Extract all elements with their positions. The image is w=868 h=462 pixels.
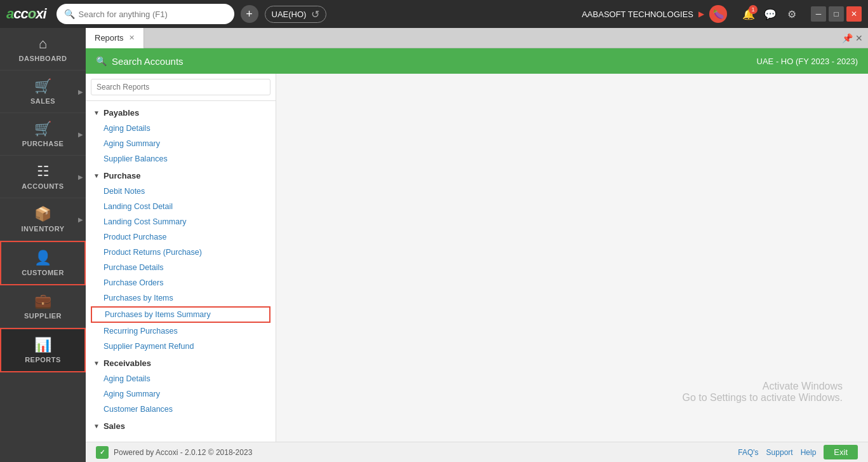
user-avatar[interactable]: 🍆 [709,5,727,23]
company-dropdown-arrow[interactable]: ▶ [698,10,704,18]
sales-arrow-icon: ▶ [78,88,83,95]
maximize-button[interactable]: □ [829,6,844,22]
sidebar-label-reports: REPORTS [25,356,61,363]
accoxi-logo-small: ✓ [96,446,109,459]
accounts-icon: ☷ [37,163,50,180]
tree-section-purchase: ▼ Purchase Debit Notes Landing Cost Deta… [86,168,276,354]
sidebar-item-inventory[interactable]: 📦 INVENTORY ▶ [0,198,86,241]
minimize-button[interactable]: ─ [811,6,826,22]
receivables-label: Receivables [103,358,151,368]
reports-panel: ▼ Payables Aging Details Aging Summary S… [86,74,868,442]
window-controls: ─ □ ✕ [811,6,862,22]
sidebar-item-purchase[interactable]: 🛒 PURCHASE ▶ [0,113,86,156]
tab-close-all-button[interactable]: ✕ [855,33,863,43]
company-selector[interactable]: UAE(HO) ↺ [265,6,327,23]
exit-button[interactable]: Exit [824,445,858,459]
tree-item-purchase-details[interactable]: Purchase Details [86,260,276,275]
faq-link[interactable]: FAQ's [738,448,758,457]
search-accounts-icon: 🔍 [96,56,107,66]
messages-button[interactable]: 💬 [761,5,779,23]
tree-item-purchases-by-items-summary[interactable]: Purchases by Items Summary [91,306,270,323]
sidebar-item-supplier[interactable]: 💼 SUPPLIER [0,285,86,328]
payables-label: Payables [103,108,139,118]
tree-item-aging-details-receivables[interactable]: Aging Details [86,371,276,386]
footer-right: FAQ's Support Help Exit [738,445,858,459]
content-area: Reports ✕ 📌 ✕ 🔍 Search Accounts UAE - HO… [86,28,868,462]
tree-section-header-receivables[interactable]: ▼ Receivables [86,355,276,371]
tab-reports[interactable]: Reports ✕ [86,28,144,48]
settings-button[interactable]: ⚙ [783,5,801,23]
sidebar-item-accounts[interactable]: ☷ ACCOUNTS ▶ [0,156,86,198]
dashboard-icon: ⌂ [39,36,47,52]
tree-section-payables: ▼ Payables Aging Details Aging Summary S… [86,105,276,166]
windows-watermark: Activate Windows Go to Settings to activ… [682,381,843,404]
sidebar-label-customer: CUSTOMER [22,269,64,276]
receivables-items: Aging Details Aging Summary Customer Bal… [86,371,276,417]
sidebar-label-purchase: PURCHASE [22,140,64,147]
tab-controls: 📌 ✕ [842,33,868,43]
sales-collapse-icon: ▼ [93,423,100,430]
top-icons: 🔔 1 💬 ⚙ [740,5,801,23]
tree-section-header-purchase[interactable]: ▼ Purchase [86,168,276,184]
sidebar-item-dashboard[interactable]: ⌂ DASHBOARD [0,28,86,71]
top-bar: accoxi 🔍 + UAE(HO) ↺ AABASOFT TECHNOLOGI… [0,0,868,28]
help-link[interactable]: Help [801,448,817,457]
tree-section-header-payables[interactable]: ▼ Payables [86,105,276,121]
tree-section-sales: ▼ Sales [86,418,276,434]
accounts-arrow-icon: ▶ [78,173,83,180]
receivables-collapse-icon: ▼ [93,360,100,367]
report-search-input[interactable] [91,79,270,95]
purchase-collapse-icon: ▼ [93,172,100,179]
notifications-button[interactable]: 🔔 1 [740,5,758,23]
tree-item-customer-balances[interactable]: Customer Balances [86,402,276,417]
payables-collapse-icon: ▼ [93,109,100,116]
sidebar-label-supplier: SUPPLIER [24,312,62,320]
inventory-arrow-icon: ▶ [78,216,83,223]
report-list: ▼ Payables Aging Details Aging Summary S… [86,101,276,442]
payables-items: Aging Details Aging Summary Supplier Bal… [86,121,276,166]
tab-pin-button[interactable]: 📌 [842,33,853,43]
tree-item-purchase-orders[interactable]: Purchase Orders [86,275,276,290]
app-logo: accoxi [6,6,46,22]
support-link[interactable]: Support [766,448,793,457]
sidebar-item-reports[interactable]: 📊 REPORTS [0,328,86,372]
add-button[interactable]: + [241,5,258,23]
inventory-icon: 📦 [34,206,51,222]
tree-item-purchases-by-items[interactable]: Purchases by Items [86,290,276,306]
tab-reports-label: Reports [95,33,124,43]
supplier-icon: 💼 [34,293,51,309]
tree-item-landing-cost-detail[interactable]: Landing Cost Detail [86,199,276,214]
purchase-icon: 🛒 [34,121,51,137]
tab-close-reports[interactable]: ✕ [129,34,135,42]
tree-item-landing-cost-summary[interactable]: Landing Cost Summary [86,214,276,229]
report-search-container [86,74,276,101]
sidebar-label-accounts: ACCOUNTS [22,182,63,190]
tree-item-debit-notes[interactable]: Debit Notes [86,184,276,199]
search-accounts-button[interactable]: 🔍 Search Accounts [96,56,184,67]
tree-item-aging-summary-payables[interactable]: Aging Summary [86,136,276,151]
sidebar-label-inventory: INVENTORY [21,225,64,233]
tree-item-supplier-balances[interactable]: Supplier Balances [86,151,276,166]
close-button[interactable]: ✕ [846,6,862,22]
reports-icon: 📊 [34,337,51,353]
report-content-area: Activate Windows Go to Settings to activ… [276,74,868,442]
tree-item-product-purchase[interactable]: Product Purchase [86,229,276,245]
tree-item-recurring-purchases[interactable]: Recurring Purchases [86,323,276,339]
global-search-bar[interactable]: 🔍 [57,4,234,24]
tab-bar: Reports ✕ 📌 ✕ [86,28,868,48]
refresh-button[interactable]: ↺ [311,8,319,20]
report-tree: ▼ Payables Aging Details Aging Summary S… [86,74,276,442]
green-header: 🔍 Search Accounts UAE - HO (FY 2023 - 20… [86,48,868,74]
tree-item-supplier-payment-refund[interactable]: Supplier Payment Refund [86,339,276,354]
sidebar-item-sales[interactable]: 🛒 SALES ▶ [0,71,86,113]
sidebar: ⌂ DASHBOARD 🛒 SALES ▶ 🛒 PURCHASE ▶ ☷ ACC… [0,28,86,462]
tree-item-aging-summary-receivables[interactable]: Aging Summary [86,386,276,402]
notification-badge: 1 [749,5,758,14]
global-search-input[interactable] [79,10,218,19]
sidebar-item-customer[interactable]: 👤 CUSTOMER [0,241,86,285]
tree-item-aging-details-payables[interactable]: Aging Details [86,121,276,136]
main-layout: ⌂ DASHBOARD 🛒 SALES ▶ 🛒 PURCHASE ▶ ☷ ACC… [0,28,868,462]
tree-section-receivables: ▼ Receivables Aging Details Aging Summar… [86,355,276,417]
tree-section-header-sales[interactable]: ▼ Sales [86,418,276,434]
tree-item-product-returns-purchase[interactable]: Product Returns (Purchase) [86,245,276,260]
